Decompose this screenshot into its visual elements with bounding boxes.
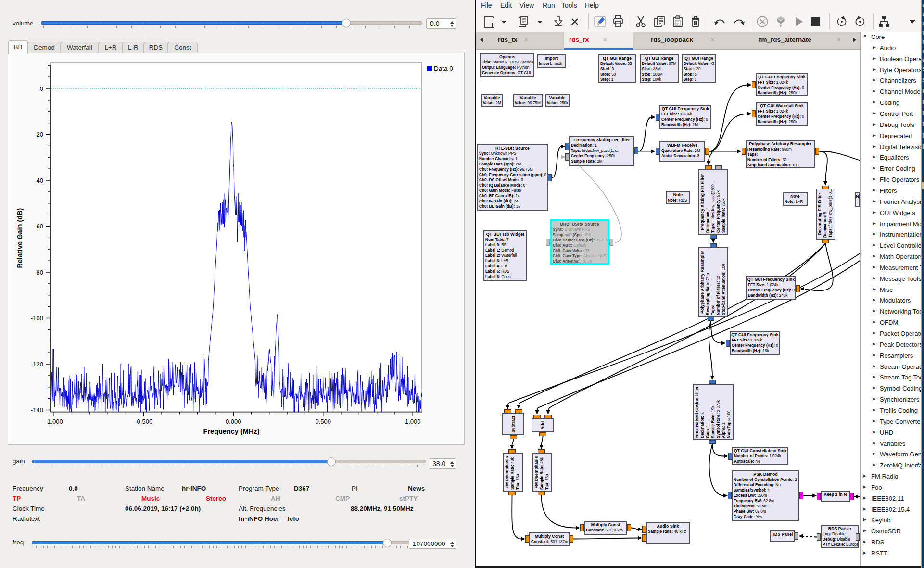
- svg-text:-40: -40: [34, 177, 43, 184]
- svg-text:-0.500: -0.500: [135, 418, 152, 425]
- svg-text:1.000: 1.000: [405, 418, 421, 425]
- svg-text:0.500: 0.500: [315, 418, 331, 425]
- svg-text:-20: -20: [34, 131, 43, 138]
- svg-text:-120: -120: [31, 361, 43, 368]
- svg-text:0.000: 0.000: [226, 418, 241, 425]
- svg-text:-140: -140: [31, 406, 43, 414]
- svg-text:-80: -80: [34, 269, 43, 276]
- svg-text:-60: -60: [34, 223, 43, 230]
- svg-text:Frequency (MHz): Frequency (MHz): [203, 428, 260, 435]
- svg-text:0: 0: [40, 85, 43, 92]
- svg-text:-100: -100: [31, 315, 43, 322]
- svg-text:Data 0: Data 0: [434, 65, 453, 72]
- svg-text:Relative Gain (dB): Relative Gain (dB): [16, 208, 24, 268]
- svg-text:-1.000: -1.000: [45, 418, 63, 425]
